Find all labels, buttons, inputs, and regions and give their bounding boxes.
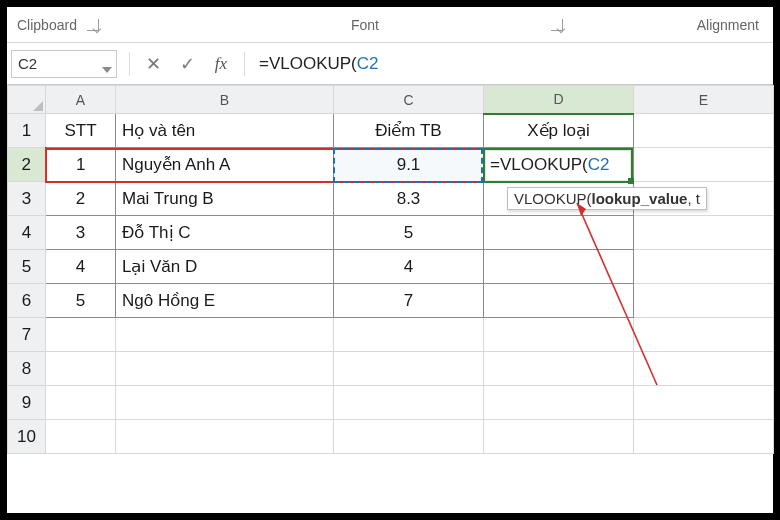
col-header-c[interactable]: C — [334, 86, 484, 114]
confirm-button[interactable]: ✓ — [172, 50, 202, 78]
cell[interactable]: 7 — [334, 284, 484, 318]
cell[interactable] — [634, 114, 774, 148]
cell[interactable]: Mai Trung B — [116, 182, 334, 216]
row-header[interactable]: 9 — [8, 386, 46, 420]
divider — [129, 52, 130, 76]
cell[interactable]: 1 — [46, 148, 116, 182]
name-box-value: C2 — [18, 55, 37, 72]
formula-input[interactable]: =VLOOKUP(C2 — [251, 50, 773, 78]
insert-function-button[interactable]: fx — [206, 50, 236, 78]
col-header-a[interactable]: A — [46, 86, 116, 114]
cell[interactable] — [116, 318, 334, 352]
formula-bar: C2 ✕ ✓ fx =VLOOKUP(C2 — [7, 43, 773, 85]
cell[interactable] — [484, 420, 634, 454]
cell[interactable] — [634, 148, 774, 182]
function-tooltip: VLOOKUP(lookup_value, t — [507, 187, 707, 210]
tooltip-current-arg: lookup_value — [592, 190, 688, 207]
cell-formula-prefix: =VLOOKUP( — [490, 155, 588, 174]
cell[interactable]: Lại Văn D — [116, 250, 334, 284]
col-header-b[interactable]: B — [116, 86, 334, 114]
cell[interactable]: 4 — [334, 250, 484, 284]
name-box[interactable]: C2 — [11, 50, 117, 78]
cell[interactable] — [116, 352, 334, 386]
row-header[interactable]: 5 — [8, 250, 46, 284]
cell-formula-ref: C2 — [588, 155, 610, 174]
cell[interactable]: 5 — [334, 216, 484, 250]
close-icon: ✕ — [146, 53, 161, 75]
row-header[interactable]: 2 — [8, 148, 46, 182]
row-header[interactable]: 7 — [8, 318, 46, 352]
cell[interactable]: Đỗ Thị C — [116, 216, 334, 250]
cell[interactable]: 4 — [46, 250, 116, 284]
col-header-d[interactable]: D — [484, 86, 634, 114]
row-header[interactable]: 1 — [8, 114, 46, 148]
row-header[interactable]: 8 — [8, 352, 46, 386]
ribbon-group-font[interactable]: Font — [157, 17, 573, 33]
dialog-launcher-icon[interactable] — [87, 19, 99, 31]
select-all-corner[interactable] — [8, 86, 46, 114]
cell[interactable] — [634, 352, 774, 386]
cell[interactable] — [334, 352, 484, 386]
cell[interactable] — [334, 318, 484, 352]
cell[interactable] — [484, 352, 634, 386]
cell[interactable] — [484, 250, 634, 284]
check-icon: ✓ — [180, 53, 195, 75]
cell[interactable] — [634, 386, 774, 420]
ribbon-group-alignment[interactable]: Alignment — [573, 17, 773, 33]
dialog-launcher-icon[interactable] — [551, 19, 563, 31]
tooltip-fn: VLOOKUP( — [514, 190, 592, 207]
cell[interactable]: Xếp loại — [484, 114, 634, 148]
row-header[interactable]: 3 — [8, 182, 46, 216]
cell[interactable]: Họ và tên — [116, 114, 334, 148]
tooltip-tail: , t — [687, 190, 700, 207]
ribbon-group-clipboard-label: Clipboard — [17, 17, 77, 33]
active-cell[interactable]: =VLOOKUP(C2 — [484, 148, 634, 182]
cell[interactable]: Nguyễn Anh A — [116, 148, 334, 182]
cell[interactable] — [634, 284, 774, 318]
row-header[interactable]: 4 — [8, 216, 46, 250]
formula-text-prefix: =VLOOKUP( — [259, 54, 357, 74]
row-header[interactable]: 6 — [8, 284, 46, 318]
grid[interactable]: A B C D E 1 STT Họ và tên Điểm TB Xếp lo… — [7, 85, 774, 454]
cell[interactable]: 5 — [46, 284, 116, 318]
ribbon-section-row: Clipboard Font Alignment — [7, 7, 773, 43]
cell[interactable] — [46, 386, 116, 420]
cell[interactable]: 9.1 — [334, 148, 484, 182]
cell[interactable]: Điểm TB — [334, 114, 484, 148]
cancel-button[interactable]: ✕ — [138, 50, 168, 78]
row-header[interactable]: 10 — [8, 420, 46, 454]
col-header-e[interactable]: E — [634, 86, 774, 114]
worksheet[interactable]: A B C D E 1 STT Họ và tên Điểm TB Xếp lo… — [7, 85, 773, 454]
cell[interactable]: Ngô Hồng E — [116, 284, 334, 318]
cell[interactable]: 3 — [46, 216, 116, 250]
cell[interactable] — [484, 284, 634, 318]
divider — [244, 52, 245, 76]
cell[interactable] — [116, 386, 334, 420]
ribbon-group-alignment-label: Alignment — [697, 17, 759, 33]
cell[interactable] — [334, 420, 484, 454]
cell[interactable] — [116, 420, 334, 454]
ribbon-group-font-label: Font — [351, 17, 379, 33]
cell[interactable] — [484, 216, 634, 250]
cell[interactable] — [334, 386, 484, 420]
app-window: Clipboard Font Alignment C2 ✕ ✓ fx =VLOO… — [0, 0, 780, 520]
cell[interactable] — [634, 420, 774, 454]
fx-icon: fx — [215, 54, 227, 74]
cell[interactable] — [634, 318, 774, 352]
cell[interactable] — [634, 216, 774, 250]
cell[interactable] — [46, 352, 116, 386]
cell[interactable] — [484, 386, 634, 420]
cell[interactable]: 2 — [46, 182, 116, 216]
cell[interactable]: 8.3 — [334, 182, 484, 216]
cell[interactable] — [484, 318, 634, 352]
formula-text-ref: C2 — [357, 54, 379, 74]
chevron-down-icon[interactable] — [102, 59, 112, 69]
ribbon-group-clipboard[interactable]: Clipboard — [7, 17, 157, 33]
cell[interactable] — [634, 250, 774, 284]
cell[interactable] — [46, 420, 116, 454]
cell[interactable] — [46, 318, 116, 352]
cell[interactable]: STT — [46, 114, 116, 148]
